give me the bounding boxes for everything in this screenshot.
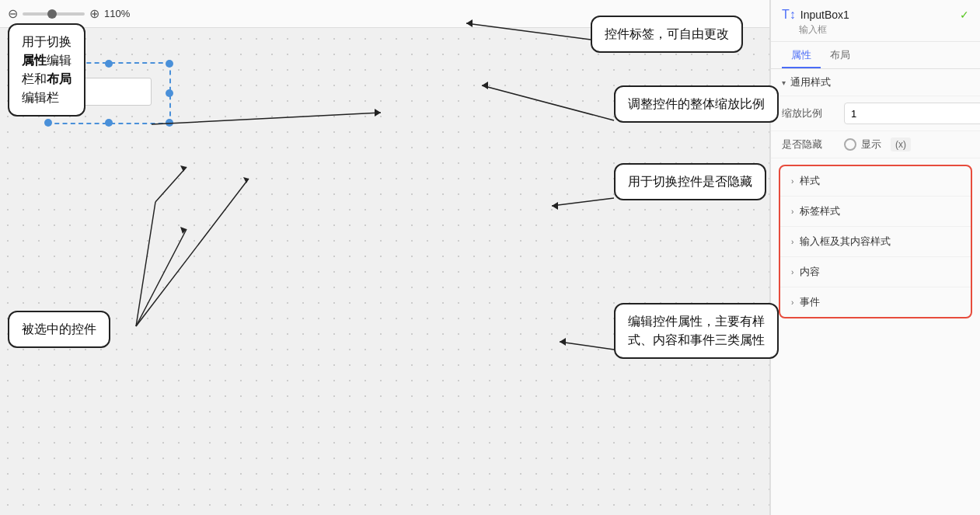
right-panel: T↕ InputBox1 ✓ 输入框 属性 布局 ▾ 通用样式 缩放比例 (x) [770,0,980,515]
annotation-edit-properties: 编辑控件属性，主要有样 式、内容和事件三类属性 [614,303,779,359]
annotation-hide-toggle: 用于切换控件是否隐藏 [614,163,766,200]
visibility-unit: (x) [891,137,911,151]
panel-widget-icon: T↕ [782,8,796,22]
handle-top-center[interactable] [105,60,113,68]
event-label: 事件 [800,295,820,309]
annotation-top-right: 控件标签，可自由更改 [591,16,743,53]
style-label: 样式 [800,174,820,188]
scale-label: 缩放比例 [782,106,844,120]
visibility-show-label: 显示 [861,137,881,151]
panel-header: T↕ InputBox1 ✓ 输入框 [771,0,980,42]
panel-tabs: 属性 布局 [771,42,980,69]
label-style-section-item[interactable]: › 标签样式 [780,197,971,227]
content-section-item[interactable]: › 内容 [780,257,971,287]
visibility-label: 是否隐藏 [782,137,844,151]
tab-properties[interactable]: 属性 [782,42,821,68]
visibility-radio[interactable] [844,138,856,151]
handle-bottom-left[interactable] [44,119,52,127]
visibility-row: 是否隐藏 显示 (x) [771,131,980,158]
panel-content: ▾ 通用样式 缩放比例 (x) 是否隐藏 显示 (x) [771,69,980,515]
common-style-arrow: ▾ [782,78,786,87]
zoom-out-icon[interactable]: ⊖ [8,6,18,21]
annotation-edit-line1: 编辑控件属性，主要有样 [628,315,765,328]
style-arrow: › [791,177,793,186]
canvas-area: ⊖ ⊕ 110% [0,0,770,515]
label-style-arrow: › [791,207,793,216]
annotation-top-right-text: 控件标签，可自由更改 [605,27,729,40]
tab-layout[interactable]: 布局 [821,42,860,68]
panel-check-icon: ✓ [960,9,969,21]
red-box-section: › 样式 › 标签样式 › 输入框及其内容样式 › 内容 › 事件 [779,165,972,318]
panel-subtitle: 输入框 [782,23,969,37]
event-arrow: › [791,298,793,307]
zoom-controls: ⊖ ⊕ 110% [8,6,130,21]
handle-bottom-center[interactable] [105,119,113,127]
input-style-section-item[interactable]: › 输入框及其内容样式 [780,227,971,257]
zoom-slider[interactable] [23,12,85,16]
zoom-slider-thumb [47,9,57,19]
panel-title-row: T↕ InputBox1 ✓ [782,8,969,22]
scale-input[interactable] [844,103,980,124]
annotation-selected-widget: 被选中的控件 [8,311,110,348]
zoom-percent: 110% [104,8,130,19]
panel-title: InputBox1 [800,9,849,21]
annotation-selected-text: 被选中的控件 [22,322,96,336]
handle-top-right[interactable] [166,60,173,68]
event-section-item[interactable]: › 事件 [780,287,971,317]
annotation-top-left: 用于切换属性编辑栏和布局编辑栏 [8,23,85,117]
zoom-in-icon[interactable]: ⊕ [89,6,99,21]
style-section-item[interactable]: › 样式 [780,166,971,197]
scale-row: 缩放比例 (x) [771,96,980,131]
app-container: ⊖ ⊕ 110% [0,0,980,515]
content-label: 内容 [800,265,820,279]
common-style-label: 通用样式 [790,75,831,89]
annotation-mid-right: 调整控件的整体缩放比例 [614,85,779,123]
input-style-label: 输入框及其内容样式 [800,235,891,249]
handle-mid-right[interactable] [166,89,173,97]
label-style-label: 标签样式 [800,204,840,218]
annotation-hide-text: 用于切换控件是否隐藏 [628,175,752,188]
input-style-arrow: › [791,238,793,246]
visibility-radio-group: 显示 (x) [844,137,911,151]
content-arrow: › [791,268,793,277]
handle-bottom-right[interactable] [166,119,173,127]
annotation-mid-right-text: 调整控件的整体缩放比例 [628,97,765,110]
annotation-edit-line2: 式、内容和事件三类属性 [628,333,765,346]
common-style-section[interactable]: ▾ 通用样式 [771,69,980,96]
